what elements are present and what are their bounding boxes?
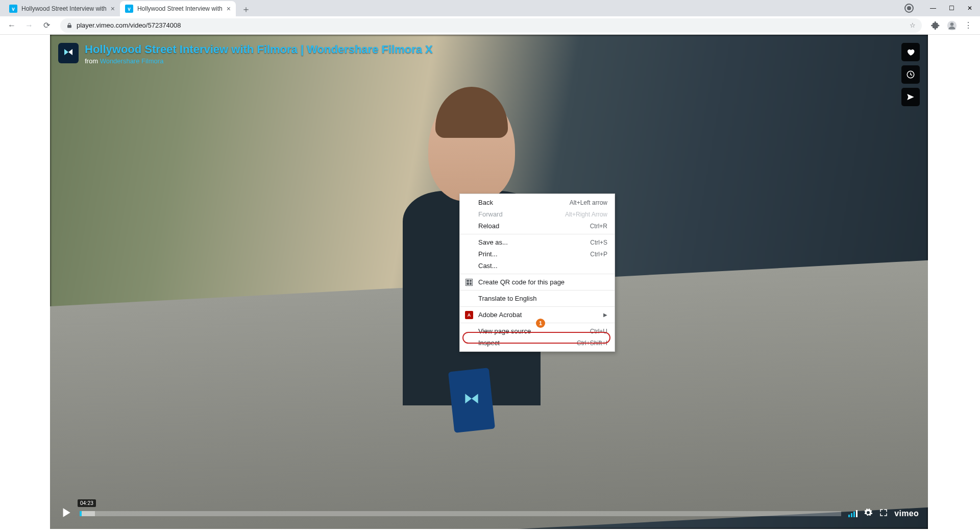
context-menu-adobe-acrobat[interactable]: A Adobe Acrobat ▶ [460,309,615,321]
close-tab-icon[interactable]: × [227,5,231,12]
bookmark-star-icon[interactable]: ☆ [910,21,916,29]
maximize-button[interactable]: ☐ [943,1,960,15]
author-avatar[interactable] [58,43,79,63]
tab-title: Hollywood Street Interview with [21,5,107,12]
filmora-logo-icon [462,391,481,410]
video-title[interactable]: Hollywood Street Interview with Filmora … [85,43,433,56]
svg-point-1 [950,22,954,26]
volume-control[interactable] [848,510,857,517]
qr-code-icon [464,278,474,287]
context-menu-print[interactable]: Print... Ctrl+P [460,248,615,260]
fullscreen-icon[interactable] [879,508,888,519]
tab-title: Hollywood Street Interview with [137,5,223,12]
context-menu-forward[interactable]: Forward Alt+Right Arrow [460,208,615,220]
vimeo-logo[interactable]: vimeo [894,509,919,518]
browser-tab[interactable]: v Hollywood Street Interview with × [120,1,236,16]
context-menu-save-as[interactable]: Save as... Ctrl+S [460,236,615,248]
profile-avatar-icon[interactable] [944,18,960,33]
settings-gear-icon[interactable] [864,508,873,519]
close-tab-icon[interactable]: × [111,5,115,12]
forward-button[interactable]: → [21,18,37,33]
browser-toolbar: ← → ⟳ player.vimeo.com/video/572374008 ☆… [0,16,980,35]
progress-bar[interactable]: 04:23 [80,504,841,523]
share-button[interactable] [901,88,920,106]
video-title-block: Hollywood Street Interview with Filmora … [58,43,433,65]
adobe-acrobat-icon: A [464,310,474,320]
context-menu-view-source[interactable]: View page source Ctrl+U [460,325,615,337]
url-text: player.vimeo.com/video/572374008 [77,21,905,29]
context-menu-reload[interactable]: Reload Ctrl+R [460,220,615,232]
extensions-icon[interactable] [928,18,943,33]
new-tab-button[interactable]: ＋ [239,2,253,16]
menu-separator [460,290,615,291]
chrome-menu-icon[interactable]: ⋮ [961,18,976,33]
like-button[interactable] [901,43,920,61]
watch-later-button[interactable] [901,65,920,84]
duration-tooltip: 04:23 [78,499,96,507]
browser-tab[interactable]: v Hollywood Street Interview with × [4,1,120,16]
tab-search-icon[interactable] [904,4,914,13]
close-window-button[interactable]: ✕ [962,1,978,15]
context-menu-translate[interactable]: Translate to English [460,293,615,304]
context-menu-back[interactable]: Back Alt+Left arrow [460,197,615,208]
play-button[interactable] [59,506,72,521]
video-author-line: from Wondershare Filmora [85,57,433,65]
author-link[interactable]: Wondershare Filmora [100,57,164,65]
minimize-button[interactable]: — [925,1,941,15]
context-menu-create-qr[interactable]: Create QR code for this page [460,276,615,288]
menu-separator [460,274,615,274]
vimeo-favicon-icon: v [125,5,133,13]
context-menu-cast[interactable]: Cast... [460,260,615,272]
browser-titlebar: v Hollywood Street Interview with × v Ho… [0,0,980,16]
back-button[interactable]: ← [4,18,19,33]
window-controls: — ☐ ✕ [904,0,980,16]
menu-separator [460,306,615,307]
reload-button[interactable]: ⟳ [39,18,54,33]
lock-icon [66,22,72,29]
menu-separator [460,234,615,234]
tab-strip: v Hollywood Street Interview with × v Ho… [0,0,253,16]
player-side-actions [901,43,920,106]
filmora-logo-icon [62,47,75,59]
vimeo-favicon-icon: v [9,5,17,13]
context-menu-inspect[interactable]: Inspect Ctrl+Shift+I [460,337,615,349]
menu-separator [460,323,615,323]
player-controls: 04:23 vimeo [50,498,928,529]
context-menu: Back Alt+Left arrow Forward Alt+Right Ar… [459,194,615,352]
submenu-caret-icon: ▶ [603,312,607,318]
address-bar[interactable]: player.vimeo.com/video/572374008 ☆ [60,18,922,33]
